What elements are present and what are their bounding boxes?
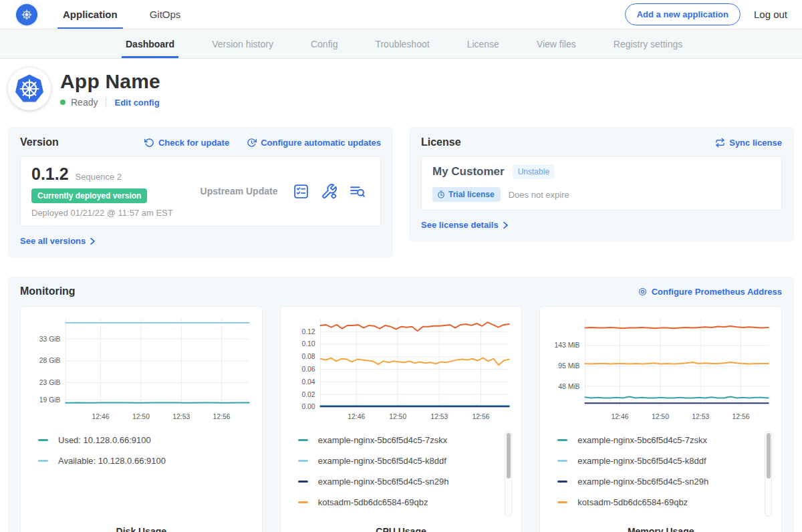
sync-arrows-icon: [715, 138, 725, 148]
legend-swatch: [298, 439, 308, 441]
tab-version-history-label: Version history: [212, 39, 273, 49]
legend-swatch: [38, 439, 48, 441]
legend-item: example-nginx-5bc6f5d4c5-sn29h: [557, 477, 772, 487]
legend-label: example-nginx-5bc6f5d4c5-7zskx: [318, 435, 448, 445]
tab-version-history[interactable]: Version history: [211, 29, 275, 58]
version-sequence: Sequence 2: [76, 172, 122, 182]
nav-tab-gitops[interactable]: GitOps: [148, 0, 182, 29]
svg-text:12:56: 12:56: [472, 413, 489, 420]
legend-scrollbar[interactable]: [505, 431, 512, 517]
tab-config-label: Config: [311, 39, 338, 49]
disk-usage-legend: Used: 10.128.0.66:9100 Available: 10.128…: [30, 435, 253, 477]
svg-text:0.00: 0.00: [301, 403, 315, 410]
cpu-usage-card: 12:4612:5012:5312:560.120.100.080.060.04…: [280, 306, 523, 532]
svg-text:0.12: 0.12: [301, 328, 315, 336]
sync-license-label: Sync license: [729, 138, 782, 148]
app-status-row: Ready Edit config: [60, 97, 160, 108]
check-for-update-link[interactable]: Check for update: [144, 138, 229, 148]
legend-item: example-nginx-5bc6f5d4c5-7zskx: [298, 435, 513, 445]
svg-text:12:53: 12:53: [430, 413, 448, 420]
configure-prometheus-link[interactable]: Configure Prometheus Address: [638, 287, 782, 297]
legend-item: Used: 10.128.0.66:9100: [38, 435, 253, 445]
cpu-usage-chart-title: CPU Usage: [290, 518, 513, 532]
disk-usage-chart: 12:4612:5012:5312:5633 GiB28 GiB23 GiB19…: [30, 313, 253, 424]
channel-badge: Unstable: [513, 164, 555, 179]
tab-troubleshoot[interactable]: Troubleshoot: [374, 29, 430, 58]
svg-text:28 GiB: 28 GiB: [39, 357, 61, 364]
tab-dashboard-label: Dashboard: [126, 39, 174, 49]
legend-swatch: [557, 501, 567, 503]
svg-text:19 GiB: 19 GiB: [39, 396, 61, 404]
chevron-right-icon: [89, 237, 96, 245]
config-wrench-icon[interactable]: [321, 183, 338, 200]
version-source-label: Upstream Update: [185, 186, 293, 196]
kubernetes-logo-icon[interactable]: [16, 4, 37, 25]
legend-scrollbar-thumb[interactable]: [507, 433, 511, 479]
tab-registry-settings[interactable]: Registry settings: [612, 29, 684, 58]
legend-label: Available: 10.128.0.66:9100: [58, 456, 166, 466]
app-header-text: App Name Ready Edit config: [60, 70, 160, 108]
ready-status-label: Ready: [71, 97, 98, 108]
scheduled-update-icon: [247, 138, 257, 148]
sync-license-link[interactable]: Sync license: [715, 138, 782, 148]
customer-name: My Customer: [432, 165, 505, 178]
svg-text:0.10: 0.10: [301, 340, 315, 348]
cpu-usage-chart: 12:4612:5012:5312:560.120.100.080.060.04…: [290, 313, 513, 424]
legend-swatch: [557, 460, 567, 462]
tab-config[interactable]: Config: [309, 29, 339, 58]
add-new-application-button[interactable]: Add a new application: [625, 3, 741, 25]
legend-swatch: [557, 481, 567, 483]
kubernetes-heptagon-icon: [14, 74, 45, 104]
nav-tab-application[interactable]: Application: [61, 0, 119, 29]
legend-swatch: [557, 439, 567, 441]
edit-config-link[interactable]: Edit config: [114, 98, 159, 108]
legend-scrollbar[interactable]: [765, 431, 772, 517]
chevron-right-icon: [502, 221, 509, 229]
legend-item: example-nginx-5bc6f5d4c5-sn29h: [298, 477, 513, 487]
license-expiry: Does not expire: [509, 190, 569, 200]
gear-icon: [638, 287, 648, 297]
disk-usage-chart-title: Disk Usage: [30, 518, 253, 532]
memory-usage-card: 12:4612:5012:5312:56143 MiB95 MiB48 MiB …: [539, 306, 782, 532]
configure-automatic-updates-label: Configure automatic updates: [261, 138, 381, 148]
logout-link[interactable]: Log out: [754, 9, 787, 20]
legend-label: kotsadm-5db6dc6584-69qbz: [577, 497, 688, 507]
legend-label: example-nginx-5bc6f5d4c5-7zskx: [577, 435, 707, 445]
legend-swatch: [298, 501, 308, 503]
tab-dashboard[interactable]: Dashboard: [124, 29, 176, 58]
svg-text:33 GiB: 33 GiB: [39, 336, 61, 343]
preflight-checks-icon[interactable]: [293, 183, 309, 200]
legend-item: example-nginx-5bc6f5d4c5-k8ddf: [557, 456, 772, 466]
legend-label: example-nginx-5bc6f5d4c5-k8ddf: [577, 456, 706, 466]
currently-deployed-badge: Currently deployed version: [31, 188, 147, 203]
legend-scrollbar-thumb[interactable]: [767, 433, 771, 479]
legend-swatch: [38, 460, 48, 462]
configure-automatic-updates-link[interactable]: Configure automatic updates: [247, 138, 381, 148]
trial-license-label: Trial license: [448, 190, 495, 199]
app-header: App Name Ready Edit config: [0, 59, 802, 121]
svg-text:12:46: 12:46: [348, 413, 365, 420]
svg-text:0.04: 0.04: [301, 378, 315, 386]
version-card-title: Version: [20, 136, 59, 148]
legend-item: kotsadm-5db6dc6584-69qbz: [557, 497, 772, 507]
tab-troubleshoot-label: Troubleshoot: [375, 39, 429, 49]
disk-usage-card: 12:4612:5012:5312:5633 GiB28 GiB23 GiB19…: [20, 306, 263, 532]
svg-text:12:50: 12:50: [652, 413, 669, 420]
see-all-versions-link[interactable]: See all versions: [20, 236, 96, 246]
tab-view-files[interactable]: View files: [535, 29, 577, 58]
memory-usage-legend: example-nginx-5bc6f5d4c5-7zskx example-n…: [549, 435, 772, 518]
svg-text:12:50: 12:50: [389, 413, 406, 420]
check-for-update-label: Check for update: [158, 138, 229, 148]
tab-license[interactable]: License: [466, 29, 501, 58]
svg-text:0.02: 0.02: [301, 391, 315, 398]
see-all-versions-label: See all versions: [20, 236, 86, 246]
deploy-logs-icon[interactable]: [349, 183, 366, 200]
current-version-panel: 0.1.2 Sequence 2 Currently deployed vers…: [20, 156, 381, 227]
version-actions: [293, 183, 370, 200]
top-nav: Application GitOps Add a new application…: [0, 0, 802, 29]
stopwatch-icon: [437, 190, 445, 198]
cpu-usage-legend: example-nginx-5bc6f5d4c5-7zskx example-n…: [290, 435, 513, 518]
see-license-details-link[interactable]: See license details: [421, 220, 509, 230]
svg-text:95 MiB: 95 MiB: [559, 362, 580, 370]
legend-item: example-nginx-5bc6f5d4c5-k8ddf: [298, 456, 513, 466]
